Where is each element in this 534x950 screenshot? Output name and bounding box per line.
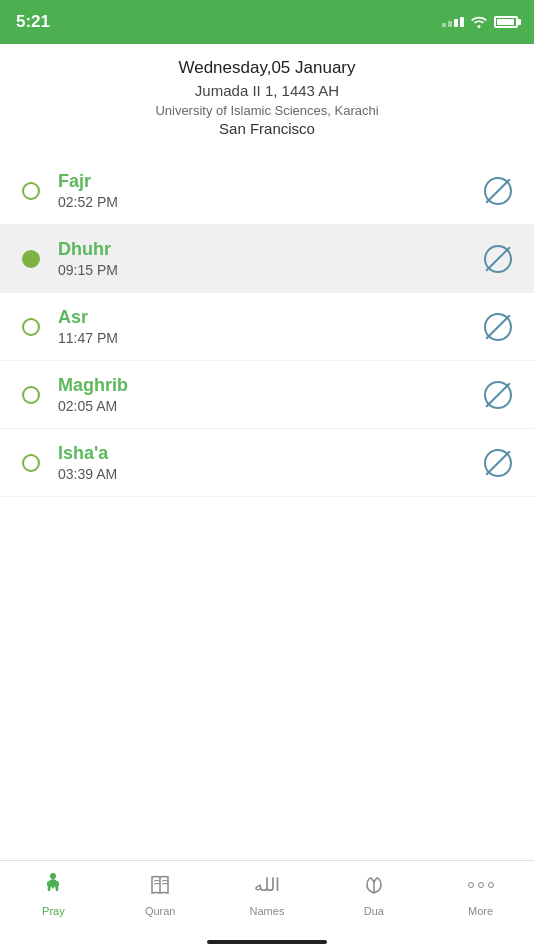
more-dot-3 (488, 882, 494, 888)
nav-label-dua: Dua (364, 905, 384, 917)
signal-icon (442, 17, 464, 27)
prayer-info-asr: Asr 11:47 PM (58, 307, 482, 346)
prayer-row-fajr[interactable]: Fajr 02:52 PM (0, 157, 534, 225)
prayer-indicator-dhuhr (20, 248, 42, 270)
prayer-row-maghrib[interactable]: Maghrib 02:05 AM (0, 361, 534, 429)
prayer-indicator-asr (20, 316, 42, 338)
more-dot-1 (468, 882, 474, 888)
nav-label-quran: Quran (145, 905, 176, 917)
prayer-name-ishaa: Isha'a (58, 443, 482, 464)
header-city: San Francisco (0, 120, 534, 137)
prayer-name-dhuhr: Dhuhr (58, 239, 482, 260)
no-notification-icon-dhuhr (484, 245, 512, 273)
wifi-icon (470, 14, 488, 31)
prayer-time-fajr: 02:52 PM (58, 194, 482, 210)
prayer-indicator-maghrib (20, 384, 42, 406)
more-dot-2 (478, 882, 484, 888)
battery-icon (494, 16, 518, 28)
nav-label-pray: Pray (42, 905, 65, 917)
prayer-action-maghrib[interactable] (482, 379, 514, 411)
prayer-row-ishaa[interactable]: Isha'a 03:39 AM (0, 429, 534, 497)
quran-icon (144, 869, 176, 901)
prayer-list: Fajr 02:52 PM Dhuhr 09:15 PM Asr 11:47 P… (0, 157, 534, 497)
no-notification-icon-fajr (484, 177, 512, 205)
nav-item-pray[interactable]: Pray (0, 869, 107, 917)
prayer-time-asr: 11:47 PM (58, 330, 482, 346)
prayer-time-maghrib: 02:05 AM (58, 398, 482, 414)
nav-item-more[interactable]: More (427, 869, 534, 917)
nav-item-dua[interactable]: Dua (320, 869, 427, 917)
header-masjid: University of Islamic Sciences, Karachi (0, 103, 534, 118)
prayer-indicator-fajr (20, 180, 42, 202)
prayer-info-ishaa: Isha'a 03:39 AM (58, 443, 482, 482)
prayer-name-asr: Asr (58, 307, 482, 328)
status-bar: 5:21 (0, 0, 534, 44)
no-notification-icon-asr (484, 313, 512, 341)
no-notification-icon-ishaa (484, 449, 512, 477)
nav-item-quran[interactable]: Quran (107, 869, 214, 917)
prayer-action-ishaa[interactable] (482, 447, 514, 479)
prayer-row-dhuhr[interactable]: Dhuhr 09:15 PM (0, 225, 534, 293)
nav-label-names: Names (250, 905, 285, 917)
prayer-action-fajr[interactable] (482, 175, 514, 207)
prayer-name-maghrib: Maghrib (58, 375, 482, 396)
pray-icon (37, 869, 69, 901)
dua-icon (358, 869, 390, 901)
header-date: Wednesday,05 January (0, 58, 534, 78)
prayer-row-asr[interactable]: Asr 11:47 PM (0, 293, 534, 361)
prayer-action-dhuhr[interactable] (482, 243, 514, 275)
prayer-name-fajr: Fajr (58, 171, 482, 192)
nav-item-names[interactable]: الله Names (214, 869, 321, 917)
nav-label-more: More (468, 905, 493, 917)
status-icons (442, 14, 518, 31)
prayer-info-dhuhr: Dhuhr 09:15 PM (58, 239, 482, 278)
more-icon (465, 869, 497, 901)
prayer-time-ishaa: 03:39 AM (58, 466, 482, 482)
bottom-nav: Pray Quran الله Names (0, 860, 534, 950)
svg-point-0 (50, 873, 56, 879)
prayer-info-fajr: Fajr 02:52 PM (58, 171, 482, 210)
header: Wednesday,05 January Jumada II 1, 1443 A… (0, 44, 534, 147)
prayer-action-asr[interactable] (482, 311, 514, 343)
status-time: 5:21 (16, 12, 50, 32)
svg-text:الله: الله (254, 875, 280, 895)
header-hijri: Jumada II 1, 1443 AH (0, 82, 534, 99)
prayer-indicator-ishaa (20, 452, 42, 474)
prayer-time-dhuhr: 09:15 PM (58, 262, 482, 278)
home-indicator (207, 940, 327, 944)
prayer-info-maghrib: Maghrib 02:05 AM (58, 375, 482, 414)
no-notification-icon-maghrib (484, 381, 512, 409)
names-icon: الله (251, 869, 283, 901)
